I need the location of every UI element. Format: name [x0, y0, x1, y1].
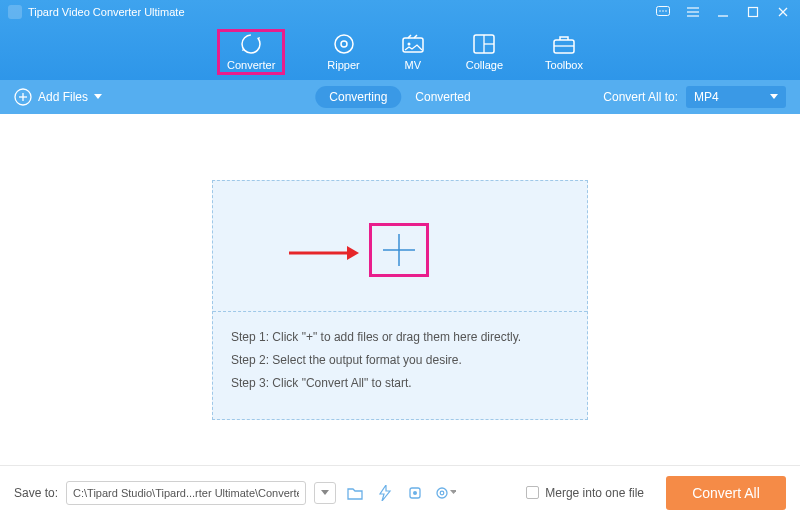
gear-icon: [434, 485, 448, 501]
main-tabs: Converter Ripper MV Collage Toolbox: [0, 24, 800, 80]
open-folder-button[interactable]: [344, 482, 366, 504]
tab-converter[interactable]: Converter: [217, 29, 285, 75]
ripper-icon: [333, 33, 355, 55]
footer: Save to: Merge into one file Convert All: [0, 465, 800, 519]
svg-point-28: [413, 491, 417, 495]
tab-label: Ripper: [327, 59, 359, 71]
save-path-input[interactable]: [66, 481, 306, 505]
svg-rect-8: [749, 8, 758, 17]
hardware-accel-button[interactable]: [374, 482, 396, 504]
main-area: Step 1: Click "+" to add files or drag t…: [0, 114, 800, 465]
save-to-label: Save to:: [14, 486, 58, 500]
format-value: MP4: [694, 90, 719, 104]
step-text: Step 1: Click "+" to add files or drag t…: [231, 326, 569, 349]
gpu-button[interactable]: [404, 482, 426, 504]
maximize-icon[interactable]: [744, 3, 762, 21]
tab-collage[interactable]: Collage: [466, 33, 503, 71]
merge-checkbox[interactable]: Merge into one file: [526, 486, 644, 500]
tab-label: MV: [404, 59, 421, 71]
collage-icon: [473, 33, 495, 55]
svg-point-1: [659, 10, 661, 12]
svg-point-15: [407, 43, 410, 46]
close-icon[interactable]: [774, 3, 792, 21]
convert-all-to-label: Convert All to:: [603, 90, 678, 104]
menu-icon[interactable]: [684, 3, 702, 21]
tab-converting[interactable]: Converting: [315, 86, 401, 108]
toolbar: Add Files Converting Converted Convert A…: [0, 80, 800, 114]
folder-icon: [347, 486, 363, 500]
drop-zone[interactable]: Step 1: Click "+" to add files or drag t…: [212, 180, 588, 420]
feedback-icon[interactable]: [654, 3, 672, 21]
merge-label: Merge into one file: [545, 486, 644, 500]
path-dropdown-button[interactable]: [314, 482, 336, 504]
tab-mv[interactable]: MV: [402, 33, 424, 71]
plus-icon: [379, 230, 419, 270]
add-files-label: Add Files: [38, 90, 88, 104]
tab-label: Toolbox: [545, 59, 583, 71]
checkbox-icon: [526, 486, 539, 499]
minimize-icon[interactable]: [714, 3, 732, 21]
output-format-select[interactable]: MP4: [686, 86, 786, 108]
app-title: Tipard Video Converter Ultimate: [28, 6, 185, 18]
chevron-down-icon: [770, 94, 778, 100]
convert-all-button[interactable]: Convert All: [666, 476, 786, 510]
chevron-down-icon: [450, 490, 456, 495]
mv-icon: [402, 33, 424, 55]
chevron-down-icon: [94, 94, 102, 100]
svg-point-3: [665, 10, 667, 12]
add-files-button[interactable]: Add Files: [14, 88, 102, 106]
chevron-down-icon: [321, 490, 329, 496]
plus-circle-icon: [14, 88, 32, 106]
arrow-icon: [289, 245, 359, 261]
add-files-plus-button[interactable]: [369, 223, 429, 277]
titlebar: Tipard Video Converter Ultimate: [0, 0, 800, 24]
step-text: Step 2: Select the output format you des…: [231, 349, 569, 372]
converter-icon: [239, 33, 263, 55]
instructions: Step 1: Click "+" to add files or drag t…: [213, 311, 587, 419]
step-text: Step 3: Click "Convert All" to start.: [231, 372, 569, 395]
svg-point-30: [440, 491, 444, 495]
svg-point-13: [341, 41, 347, 47]
lightning-icon: [378, 485, 392, 501]
svg-point-11: [242, 35, 260, 53]
tab-ripper[interactable]: Ripper: [327, 33, 359, 71]
tab-toolbox[interactable]: Toolbox: [545, 33, 583, 71]
svg-point-12: [335, 35, 353, 53]
svg-point-2: [662, 10, 664, 12]
settings-button[interactable]: [434, 482, 456, 504]
app-logo-icon: [8, 5, 22, 19]
tab-label: Collage: [466, 59, 503, 71]
chip-icon: [407, 485, 423, 501]
toolbox-icon: [553, 33, 575, 55]
tab-converted[interactable]: Converted: [401, 86, 484, 108]
tab-label: Converter: [227, 59, 275, 71]
svg-point-29: [437, 488, 447, 498]
